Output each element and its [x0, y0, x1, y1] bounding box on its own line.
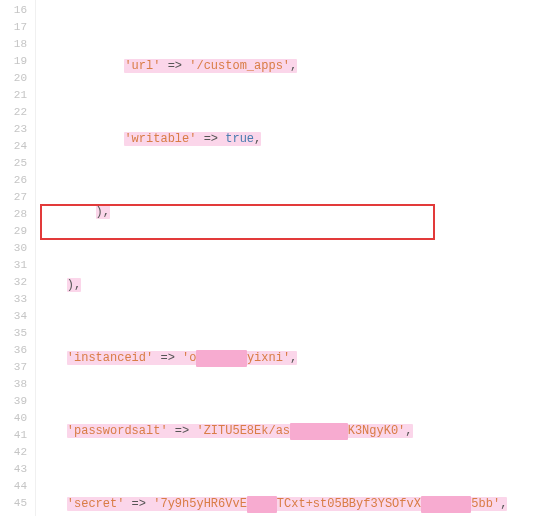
redacted-mask: [247, 496, 277, 513]
value-token: true: [225, 132, 254, 146]
arrow-token: =>: [124, 497, 153, 511]
value-token: '/custom_apps': [189, 59, 290, 73]
indent: [38, 59, 124, 73]
arrow-token: =>: [168, 424, 197, 438]
indent: [38, 424, 67, 438]
comma-token: ,: [290, 351, 297, 365]
key-token: 'passwordsalt': [67, 424, 168, 438]
line-number: 36: [0, 342, 27, 359]
indent: [38, 351, 67, 365]
code-line: 'secret' => '7y9h5yHR6VvE TCxt+st05BByf3…: [36, 496, 554, 513]
line-number: 18: [0, 36, 27, 53]
closing-token: ),: [67, 278, 81, 292]
value-token: 5bb': [471, 497, 500, 511]
redacted-mask: [196, 350, 246, 367]
indent: [38, 132, 124, 146]
indent: [38, 278, 67, 292]
line-number: 43: [0, 461, 27, 478]
key-token: 'writable': [124, 132, 196, 146]
closing-token: ),: [96, 205, 110, 219]
line-number: 17: [0, 19, 27, 36]
line-number: 30: [0, 240, 27, 257]
line-number: 22: [0, 104, 27, 121]
key-token: 'url': [124, 59, 160, 73]
value-token: yixni': [247, 351, 290, 365]
key-token: 'secret': [67, 497, 125, 511]
comma-token: ,: [500, 497, 507, 511]
value-token: 'o: [182, 351, 196, 365]
comma-token: ,: [254, 132, 261, 146]
code-line: 'instanceid' => 'o yixni',: [36, 350, 554, 367]
value-token: '7y9h5yHR6VvE: [153, 497, 247, 511]
line-number: 16: [0, 2, 27, 19]
line-number-gutter: 1617181920212223242526272829303132333435…: [0, 0, 36, 516]
line-number: 27: [0, 189, 27, 206]
arrow-token: =>: [160, 59, 189, 73]
line-number: 23: [0, 121, 27, 138]
indent: [38, 497, 67, 511]
arrow-token: =>: [153, 351, 182, 365]
arrow-token: =>: [196, 132, 225, 146]
value-token: TCxt+st05BByf3YSOfvX: [277, 497, 421, 511]
key-token: 'instanceid': [67, 351, 153, 365]
comma-token: ,: [290, 59, 297, 73]
code-line: 'passwordsalt' => 'ZITU5E8Ek/as K3NgyK0'…: [36, 423, 554, 440]
line-number: 21: [0, 87, 27, 104]
code-editor: 1617181920212223242526272829303132333435…: [0, 0, 554, 516]
value-token: K3NgyK0': [348, 424, 406, 438]
line-number: 41: [0, 427, 27, 444]
line-number: 39: [0, 393, 27, 410]
line-number: 44: [0, 478, 27, 495]
line-number: 34: [0, 308, 27, 325]
redacted-mask: [290, 423, 348, 440]
line-number: 19: [0, 53, 27, 70]
line-number: 25: [0, 155, 27, 172]
line-number: 33: [0, 291, 27, 308]
code-line: 'url' => '/custom_apps',: [36, 58, 554, 75]
value-token: 'ZITU5E8Ek/as: [196, 424, 290, 438]
line-number: 35: [0, 325, 27, 342]
line-number: 31: [0, 257, 27, 274]
line-number: 20: [0, 70, 27, 87]
line-number: 37: [0, 359, 27, 376]
line-number: 42: [0, 444, 27, 461]
code-line: ),: [36, 277, 554, 294]
code-area: 'url' => '/custom_apps', 'writable' => t…: [36, 0, 554, 516]
line-number: 45: [0, 495, 27, 512]
line-number: 38: [0, 376, 27, 393]
code-line: 'writable' => true,: [36, 131, 554, 148]
line-number: 40: [0, 410, 27, 427]
line-number: 32: [0, 274, 27, 291]
comma-token: ,: [405, 424, 412, 438]
code-line: ),: [36, 204, 554, 221]
line-number: 28: [0, 206, 27, 223]
indent: [38, 205, 96, 219]
line-number: 29: [0, 223, 27, 240]
line-number: 24: [0, 138, 27, 155]
line-number: 26: [0, 172, 27, 189]
redacted-mask: [421, 496, 471, 513]
